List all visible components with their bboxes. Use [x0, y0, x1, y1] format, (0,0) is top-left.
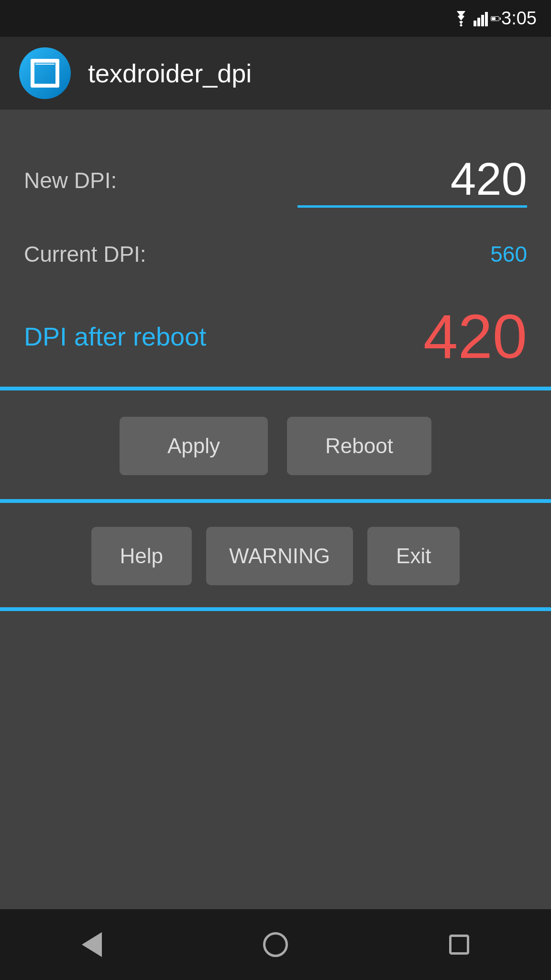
nav-recent-button[interactable] [445, 935, 474, 954]
warning-button[interactable]: WARNING [206, 527, 353, 585]
divider-3 [0, 607, 551, 611]
new-dpi-row: New DPI: [24, 134, 527, 217]
back-icon [82, 932, 102, 957]
reboot-row: DPI after reboot 420 [24, 286, 527, 387]
svg-rect-3 [481, 15, 484, 26]
apply-button[interactable]: Apply [120, 417, 268, 475]
nav-back-button[interactable] [77, 935, 106, 954]
recent-icon [449, 935, 469, 955]
divider-1 [0, 387, 551, 390]
status-bar: 3:05 [0, 0, 551, 37]
svg-rect-1 [474, 21, 476, 26]
svg-rect-2 [477, 18, 480, 26]
battery-icon [491, 16, 499, 21]
wifi-icon [451, 11, 472, 26]
new-dpi-label: New DPI: [24, 167, 117, 193]
svg-rect-4 [485, 12, 488, 26]
status-time: 3:05 [501, 8, 537, 29]
buttons-row-2: Help WARNING Exit [24, 503, 527, 607]
home-icon [263, 932, 288, 957]
reboot-label: DPI after reboot [24, 322, 206, 351]
main-content: New DPI: Current DPI: 560 DPI after rebo… [0, 110, 551, 909]
help-button[interactable]: Help [91, 527, 192, 585]
app-icon [19, 47, 71, 99]
buttons-row-1: Apply Reboot [24, 390, 527, 499]
divider-2 [0, 499, 551, 503]
dpi-input-wrapper [298, 153, 527, 208]
nav-home-button[interactable] [261, 935, 290, 954]
current-dpi-value: 560 [490, 241, 527, 267]
reboot-button[interactable]: Reboot [287, 417, 431, 475]
current-dpi-row: Current DPI: 560 [24, 217, 527, 286]
app-bar: texdroider_dpi [0, 37, 551, 110]
status-icons: 3:05 [451, 8, 537, 29]
signal-icon [474, 11, 489, 26]
dpi-underline [298, 205, 527, 208]
reboot-value: 420 [423, 301, 527, 372]
current-dpi-label: Current DPI: [24, 241, 146, 267]
new-dpi-input[interactable] [317, 153, 527, 205]
exit-button[interactable]: Exit [367, 527, 460, 585]
app-title: texdroider_dpi [88, 58, 252, 88]
app-icon-graphic [31, 59, 59, 88]
bottom-nav [0, 909, 551, 980]
svg-point-0 [460, 24, 463, 26]
